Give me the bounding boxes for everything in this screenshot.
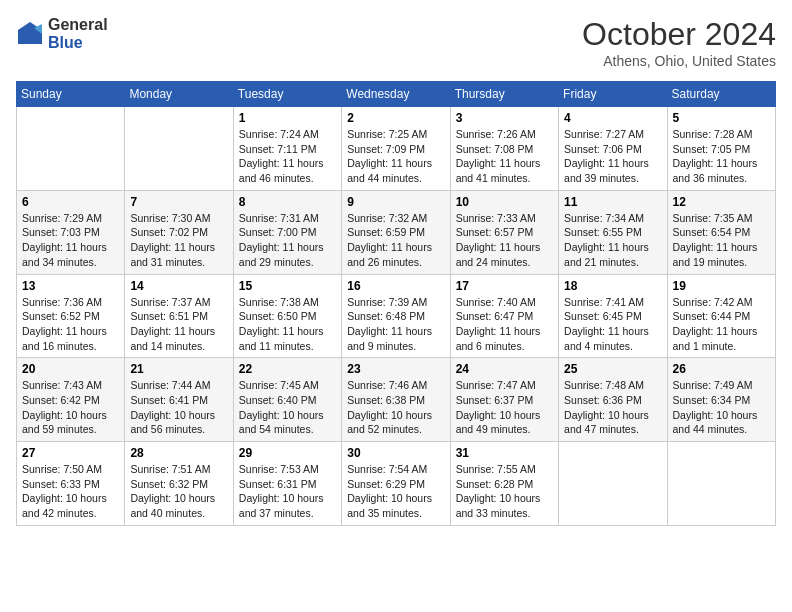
day-info: Sunrise: 7:43 AM Sunset: 6:42 PM Dayligh… — [22, 378, 119, 437]
calendar-cell: 8Sunrise: 7:31 AM Sunset: 7:00 PM Daylig… — [233, 190, 341, 274]
day-info: Sunrise: 7:36 AM Sunset: 6:52 PM Dayligh… — [22, 295, 119, 354]
weekday-header-wednesday: Wednesday — [342, 82, 450, 107]
logo-general: General — [48, 16, 108, 34]
day-number: 24 — [456, 362, 553, 376]
day-number: 26 — [673, 362, 770, 376]
calendar-body: 1Sunrise: 7:24 AM Sunset: 7:11 PM Daylig… — [17, 107, 776, 526]
day-info: Sunrise: 7:54 AM Sunset: 6:29 PM Dayligh… — [347, 462, 444, 521]
day-number: 2 — [347, 111, 444, 125]
calendar-cell: 1Sunrise: 7:24 AM Sunset: 7:11 PM Daylig… — [233, 107, 341, 191]
day-number: 5 — [673, 111, 770, 125]
day-info: Sunrise: 7:45 AM Sunset: 6:40 PM Dayligh… — [239, 378, 336, 437]
weekday-header-tuesday: Tuesday — [233, 82, 341, 107]
calendar-cell: 18Sunrise: 7:41 AM Sunset: 6:45 PM Dayli… — [559, 274, 667, 358]
weekday-header-saturday: Saturday — [667, 82, 775, 107]
calendar-week-row: 1Sunrise: 7:24 AM Sunset: 7:11 PM Daylig… — [17, 107, 776, 191]
calendar-week-row: 6Sunrise: 7:29 AM Sunset: 7:03 PM Daylig… — [17, 190, 776, 274]
day-number: 20 — [22, 362, 119, 376]
logo-icon — [16, 20, 44, 48]
logo: General Blue — [16, 16, 108, 51]
day-info: Sunrise: 7:42 AM Sunset: 6:44 PM Dayligh… — [673, 295, 770, 354]
day-number: 16 — [347, 279, 444, 293]
day-number: 15 — [239, 279, 336, 293]
calendar-cell: 12Sunrise: 7:35 AM Sunset: 6:54 PM Dayli… — [667, 190, 775, 274]
weekday-header-thursday: Thursday — [450, 82, 558, 107]
weekday-header-friday: Friday — [559, 82, 667, 107]
calendar-cell — [125, 107, 233, 191]
day-info: Sunrise: 7:33 AM Sunset: 6:57 PM Dayligh… — [456, 211, 553, 270]
calendar-week-row: 20Sunrise: 7:43 AM Sunset: 6:42 PM Dayli… — [17, 358, 776, 442]
calendar-cell — [667, 442, 775, 526]
logo-text: General Blue — [48, 16, 108, 51]
calendar-cell: 13Sunrise: 7:36 AM Sunset: 6:52 PM Dayli… — [17, 274, 125, 358]
day-info: Sunrise: 7:27 AM Sunset: 7:06 PM Dayligh… — [564, 127, 661, 186]
day-info: Sunrise: 7:31 AM Sunset: 7:00 PM Dayligh… — [239, 211, 336, 270]
calendar-week-row: 27Sunrise: 7:50 AM Sunset: 6:33 PM Dayli… — [17, 442, 776, 526]
day-number: 23 — [347, 362, 444, 376]
calendar-cell: 17Sunrise: 7:40 AM Sunset: 6:47 PM Dayli… — [450, 274, 558, 358]
day-number: 21 — [130, 362, 227, 376]
day-info: Sunrise: 7:26 AM Sunset: 7:08 PM Dayligh… — [456, 127, 553, 186]
day-number: 28 — [130, 446, 227, 460]
day-info: Sunrise: 7:48 AM Sunset: 6:36 PM Dayligh… — [564, 378, 661, 437]
day-number: 27 — [22, 446, 119, 460]
calendar-cell: 7Sunrise: 7:30 AM Sunset: 7:02 PM Daylig… — [125, 190, 233, 274]
day-info: Sunrise: 7:50 AM Sunset: 6:33 PM Dayligh… — [22, 462, 119, 521]
calendar-cell: 10Sunrise: 7:33 AM Sunset: 6:57 PM Dayli… — [450, 190, 558, 274]
svg-marker-0 — [18, 22, 42, 44]
day-info: Sunrise: 7:51 AM Sunset: 6:32 PM Dayligh… — [130, 462, 227, 521]
calendar-cell — [17, 107, 125, 191]
day-number: 7 — [130, 195, 227, 209]
day-info: Sunrise: 7:24 AM Sunset: 7:11 PM Dayligh… — [239, 127, 336, 186]
day-number: 22 — [239, 362, 336, 376]
day-info: Sunrise: 7:49 AM Sunset: 6:34 PM Dayligh… — [673, 378, 770, 437]
day-number: 6 — [22, 195, 119, 209]
day-info: Sunrise: 7:47 AM Sunset: 6:37 PM Dayligh… — [456, 378, 553, 437]
day-info: Sunrise: 7:40 AM Sunset: 6:47 PM Dayligh… — [456, 295, 553, 354]
calendar-cell: 16Sunrise: 7:39 AM Sunset: 6:48 PM Dayli… — [342, 274, 450, 358]
calendar-cell: 3Sunrise: 7:26 AM Sunset: 7:08 PM Daylig… — [450, 107, 558, 191]
day-info: Sunrise: 7:35 AM Sunset: 6:54 PM Dayligh… — [673, 211, 770, 270]
calendar-cell: 19Sunrise: 7:42 AM Sunset: 6:44 PM Dayli… — [667, 274, 775, 358]
day-info: Sunrise: 7:55 AM Sunset: 6:28 PM Dayligh… — [456, 462, 553, 521]
day-info: Sunrise: 7:53 AM Sunset: 6:31 PM Dayligh… — [239, 462, 336, 521]
calendar-cell: 9Sunrise: 7:32 AM Sunset: 6:59 PM Daylig… — [342, 190, 450, 274]
calendar-table: SundayMondayTuesdayWednesdayThursdayFrid… — [16, 81, 776, 526]
page-header: General Blue October 2024 Athens, Ohio, … — [16, 16, 776, 69]
calendar-cell: 30Sunrise: 7:54 AM Sunset: 6:29 PM Dayli… — [342, 442, 450, 526]
calendar-cell: 23Sunrise: 7:46 AM Sunset: 6:38 PM Dayli… — [342, 358, 450, 442]
day-info: Sunrise: 7:37 AM Sunset: 6:51 PM Dayligh… — [130, 295, 227, 354]
calendar-cell: 27Sunrise: 7:50 AM Sunset: 6:33 PM Dayli… — [17, 442, 125, 526]
calendar-header-row: SundayMondayTuesdayWednesdayThursdayFrid… — [17, 82, 776, 107]
day-number: 29 — [239, 446, 336, 460]
calendar-cell: 2Sunrise: 7:25 AM Sunset: 7:09 PM Daylig… — [342, 107, 450, 191]
day-number: 3 — [456, 111, 553, 125]
day-info: Sunrise: 7:39 AM Sunset: 6:48 PM Dayligh… — [347, 295, 444, 354]
calendar-cell: 15Sunrise: 7:38 AM Sunset: 6:50 PM Dayli… — [233, 274, 341, 358]
day-info: Sunrise: 7:30 AM Sunset: 7:02 PM Dayligh… — [130, 211, 227, 270]
day-info: Sunrise: 7:28 AM Sunset: 7:05 PM Dayligh… — [673, 127, 770, 186]
day-info: Sunrise: 7:38 AM Sunset: 6:50 PM Dayligh… — [239, 295, 336, 354]
calendar-cell — [559, 442, 667, 526]
weekday-header-monday: Monday — [125, 82, 233, 107]
calendar-cell: 21Sunrise: 7:44 AM Sunset: 6:41 PM Dayli… — [125, 358, 233, 442]
day-number: 10 — [456, 195, 553, 209]
calendar-cell: 24Sunrise: 7:47 AM Sunset: 6:37 PM Dayli… — [450, 358, 558, 442]
day-info: Sunrise: 7:44 AM Sunset: 6:41 PM Dayligh… — [130, 378, 227, 437]
day-number: 25 — [564, 362, 661, 376]
day-number: 13 — [22, 279, 119, 293]
day-number: 8 — [239, 195, 336, 209]
title-block: October 2024 Athens, Ohio, United States — [582, 16, 776, 69]
day-number: 18 — [564, 279, 661, 293]
day-number: 1 — [239, 111, 336, 125]
day-number: 30 — [347, 446, 444, 460]
calendar-cell: 22Sunrise: 7:45 AM Sunset: 6:40 PM Dayli… — [233, 358, 341, 442]
calendar-cell: 4Sunrise: 7:27 AM Sunset: 7:06 PM Daylig… — [559, 107, 667, 191]
calendar-cell: 26Sunrise: 7:49 AM Sunset: 6:34 PM Dayli… — [667, 358, 775, 442]
day-info: Sunrise: 7:29 AM Sunset: 7:03 PM Dayligh… — [22, 211, 119, 270]
day-number: 14 — [130, 279, 227, 293]
calendar-cell: 6Sunrise: 7:29 AM Sunset: 7:03 PM Daylig… — [17, 190, 125, 274]
day-number: 9 — [347, 195, 444, 209]
day-number: 19 — [673, 279, 770, 293]
calendar-cell: 11Sunrise: 7:34 AM Sunset: 6:55 PM Dayli… — [559, 190, 667, 274]
